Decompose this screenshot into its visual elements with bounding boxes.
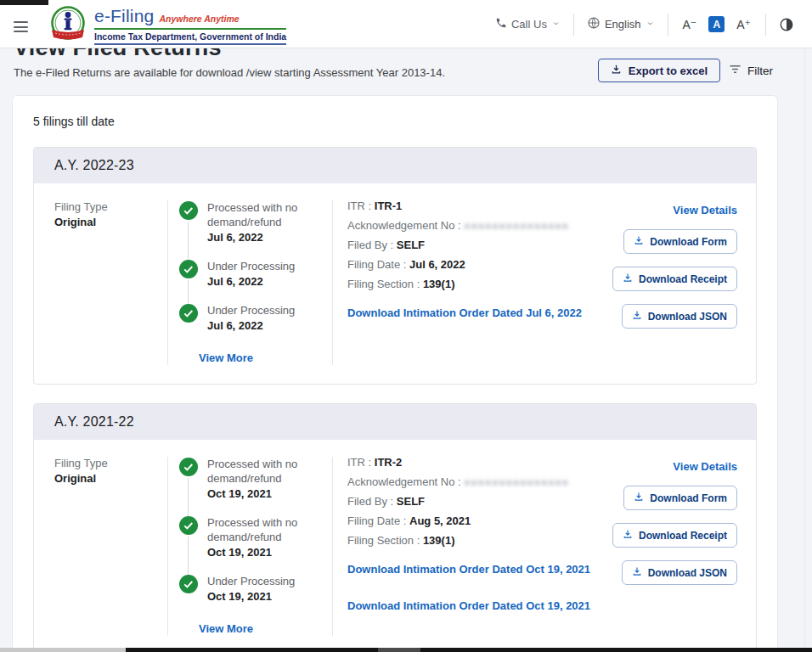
scrollbar-track[interactable] — [804, 48, 805, 648]
ack-no-redacted: ●●●●●●●●●●●●●●● — [464, 220, 569, 232]
contrast-toggle-icon[interactable] — [779, 17, 794, 32]
filing-date-value: Jul 6, 2022 — [409, 258, 465, 271]
view-details-link[interactable]: View Details — [673, 460, 737, 473]
font-default-button[interactable]: A — [708, 16, 725, 32]
timeline-item: Processed with no demand/refund Oct 19, … — [179, 457, 324, 515]
download-json-button[interactable]: Download JSON — [622, 304, 737, 329]
chevron-down-icon — [551, 18, 561, 31]
filing-type-value: Original — [54, 216, 167, 228]
download-intimation-order-link[interactable]: Download Intimation Order Dated Oct 19, … — [347, 563, 603, 576]
filed-by-label: Filed By : — [347, 239, 393, 251]
filed-returns-panel: 5 filings till date A.Y. 2022-23 Filing … — [12, 95, 778, 652]
filing-type-label: Filing Type — [54, 200, 167, 213]
top-left-artifact — [0, 0, 48, 5]
download-icon — [634, 492, 644, 504]
check-circle-icon — [179, 458, 198, 476]
assessment-year-header: A.Y. 2021-22 — [34, 404, 756, 440]
filings-count: 5 filings till date — [33, 115, 757, 128]
ack-no-redacted: ●●●●●●●●●●●●●●● — [464, 476, 569, 488]
call-us-menu[interactable]: Call Us — [495, 17, 561, 31]
filing-type-label: Filing Type — [54, 457, 167, 469]
download-receipt-button[interactable]: Download Receipt — [612, 523, 737, 548]
menu-icon[interactable] — [14, 21, 28, 32]
timeline-item: Processed with no demand/refund Oct 19, … — [179, 515, 324, 574]
filed-by-value: SELF — [397, 495, 425, 508]
filing-section-label: Filing Section : — [347, 278, 420, 290]
check-circle-icon — [179, 304, 198, 323]
ack-no-label: Acknowledgement No : — [347, 475, 461, 488]
filing-date-value: Aug 5, 2021 — [409, 514, 471, 527]
download-json-button[interactable]: Download JSON — [622, 560, 737, 585]
filter-button[interactable]: Filter — [729, 64, 773, 77]
download-icon — [623, 273, 633, 285]
download-icon — [632, 310, 642, 323]
download-icon — [611, 64, 622, 77]
assessment-year-header: A.Y. 2022-23 — [34, 148, 756, 183]
language-label: English — [605, 18, 641, 31]
itr-label: ITR : — [347, 200, 371, 212]
timeline-item: Processed with no demand/refund Jul 6, 2… — [179, 200, 324, 259]
chevron-down-icon — [646, 18, 655, 31]
font-decrease-button[interactable]: A⁻ — [681, 18, 699, 31]
timeline-item: Under Processing Jul 6, 2022 — [179, 259, 324, 303]
phone-icon — [495, 17, 507, 31]
check-circle-icon — [179, 201, 198, 220]
download-icon — [623, 529, 633, 542]
page-subtitle: The e-Filed Returns are available for do… — [14, 66, 445, 79]
check-circle-icon — [179, 575, 198, 593]
ack-no-label: Acknowledgement No : — [347, 219, 461, 232]
check-circle-icon — [179, 516, 198, 535]
bottom-taskbar-edge — [126, 648, 812, 652]
filed-by-value: SELF — [397, 239, 425, 251]
brand-tagline: Anywhere Anytime — [159, 14, 239, 24]
filing-type-value: Original — [54, 472, 167, 485]
filing-section-label: Filing Section : — [347, 534, 420, 547]
filing-section-value: 139(1) — [423, 534, 455, 547]
itr-label: ITR : — [347, 456, 371, 469]
globe-icon — [587, 16, 601, 32]
download-icon — [634, 235, 644, 248]
timeline-item: Under Processing Jul 6, 2022 — [179, 303, 324, 347]
download-form-button[interactable]: Download Form — [623, 486, 737, 510]
itr-value: ITR-2 — [375, 456, 403, 469]
app-header: e-Filing Anywhere Anytime Income Tax Dep… — [0, 0, 812, 48]
bottom-bar-left — [0, 648, 126, 652]
language-menu[interactable]: English — [587, 16, 655, 32]
download-intimation-order-link[interactable]: Download Intimation Order Dated Oct 19, … — [347, 599, 603, 612]
filing-section-value: 139(1) — [423, 278, 455, 290]
download-intimation-order-link[interactable]: Download Intimation Order Dated Jul 6, 2… — [347, 306, 603, 319]
timeline-item: Under Processing Oct 19, 2021 — [179, 574, 324, 618]
return-card-2022-23: A.Y. 2022-23 Filing Type Original Proces… — [33, 147, 757, 385]
filed-by-label: Filed By : — [347, 495, 393, 508]
download-receipt-button[interactable]: Download Receipt — [612, 267, 737, 291]
filing-date-label: Filing Date : — [347, 514, 406, 527]
view-details-link[interactable]: View Details — [673, 204, 737, 216]
export-to-excel-button[interactable]: Export to excel — [598, 59, 720, 82]
download-icon — [632, 566, 642, 579]
download-form-button[interactable]: Download Form — [623, 229, 737, 254]
filter-icon — [729, 64, 742, 77]
view-more-link[interactable]: View More — [199, 351, 253, 364]
return-card-2021-22: A.Y. 2021-22 Filing Type Original Proces… — [33, 403, 757, 652]
filing-date-label: Filing Date : — [347, 258, 406, 271]
check-circle-icon — [179, 260, 198, 278]
call-us-label: Call Us — [511, 18, 547, 31]
brand-name: e-Filing — [94, 6, 154, 26]
font-increase-button[interactable]: A⁺ — [735, 18, 753, 31]
view-more-link[interactable]: View More — [199, 622, 253, 635]
brand-department: Income Tax Department, Government of Ind… — [94, 28, 286, 45]
emblem-icon — [49, 6, 87, 47]
itr-value: ITR-1 — [375, 200, 403, 212]
brand-logo: e-Filing Anywhere Anytime Income Tax Dep… — [49, 6, 286, 47]
bottom-taskbar-segment — [378, 648, 420, 652]
